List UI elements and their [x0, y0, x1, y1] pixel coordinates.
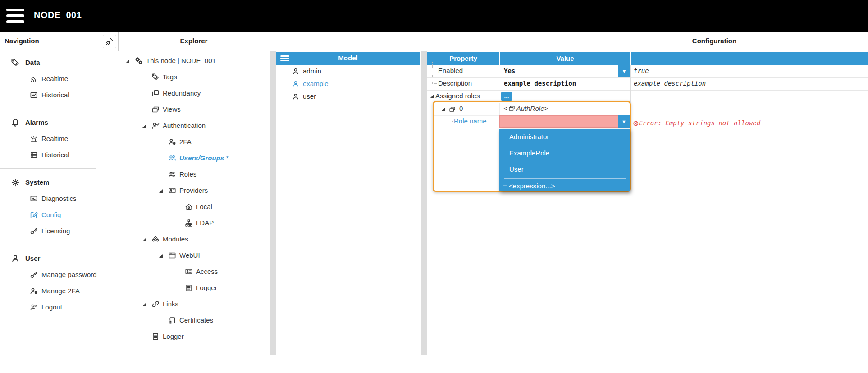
explorer-splitter[interactable]	[270, 51, 276, 355]
nav-item-historical[interactable]: Historical	[0, 147, 118, 163]
nav-item-manage-2fa[interactable]: Manage 2FA	[0, 283, 118, 299]
error-icon: ⊗	[633, 119, 639, 127]
model-list: adminexampleuser	[276, 65, 420, 103]
column-divider	[500, 65, 500, 103]
nav-item-logout[interactable]: Logout	[0, 299, 118, 315]
header-divider	[118, 32, 119, 51]
tree-item-this-node-node-001[interactable]: This node | NODE_001	[119, 53, 236, 69]
window-icon	[508, 105, 515, 112]
tree-item-certificates[interactable]: Certificates	[119, 312, 236, 328]
tree-item-providers[interactable]: Providers	[119, 182, 236, 199]
nav-item-licensing[interactable]: Licensing	[0, 223, 118, 239]
value-cell[interactable]: example description	[500, 77, 630, 90]
idcard-icon	[185, 268, 193, 276]
nav-item-realtime[interactable]: Realtime	[0, 71, 118, 87]
role-name-label: Role name	[454, 117, 487, 125]
tree-item-2fa[interactable]: 2FA	[119, 134, 236, 150]
dropdown-expression-item[interactable]: = <expression...>	[499, 179, 630, 193]
home-person-icon	[185, 203, 193, 211]
tree-item-logger[interactable]: Logger	[119, 328, 236, 345]
modules-icon	[151, 235, 160, 243]
tree-item-tags[interactable]: Tags	[119, 69, 236, 85]
key-icon	[30, 227, 38, 235]
nav-group-alarms: Alarms	[0, 114, 118, 131]
model-panel-title: Model	[276, 54, 420, 62]
expand-triangle-icon[interactable]	[142, 303, 146, 306]
tree-item-local[interactable]: Local	[119, 199, 236, 215]
property-column-header: Property	[427, 52, 499, 65]
pin-button[interactable]	[103, 35, 116, 48]
nav-group-user: User	[0, 250, 118, 267]
pin-icon	[105, 37, 114, 46]
tree-item-links[interactable]: Links	[119, 296, 236, 312]
nav-group-system: System	[0, 174, 118, 191]
dropdown-item-examplerole[interactable]: ExampleRole	[499, 145, 630, 161]
tree-item-users-groups-[interactable]: Users/Groups *	[119, 150, 236, 166]
tree-item-views[interactable]: Views	[119, 101, 236, 118]
value-dropdown-button[interactable]: ▼	[618, 65, 630, 77]
property-cell: Enabled	[427, 65, 499, 77]
app-title: NODE_001	[34, 10, 82, 20]
model-item-admin[interactable]: admin	[276, 65, 420, 77]
tree-item-webui[interactable]: WebUI	[119, 247, 236, 264]
model-item-example[interactable]: example	[276, 77, 420, 90]
nav-item-manage-password[interactable]: Manage password	[0, 267, 118, 283]
person-icon	[292, 80, 299, 87]
tree-guide	[449, 113, 453, 122]
tags-icon	[151, 73, 160, 81]
role-name-dropdown-button[interactable]: ▼	[618, 115, 630, 128]
role-type: <AuthRole>	[503, 105, 548, 113]
tree-item-modules[interactable]: Modules	[119, 231, 236, 247]
column-divider	[630, 65, 631, 103]
person-shield-icon	[168, 138, 176, 146]
tree-item-logger[interactable]: Logger	[119, 280, 236, 296]
idcard-icon	[168, 186, 176, 195]
gears2-icon	[135, 57, 143, 65]
person-icon	[292, 93, 299, 100]
header-divider	[270, 32, 270, 51]
dropdown-item-administrator[interactable]: Administrator	[499, 129, 630, 145]
explorer-panel: This node | NODE_001TagsRedundancyViewsA…	[119, 51, 236, 355]
expand-triangle-icon[interactable]	[430, 95, 434, 98]
expand-triangle-icon[interactable]	[159, 254, 163, 258]
redundancy-icon	[151, 89, 160, 97]
tree-item-ldap[interactable]: LDAP	[119, 215, 236, 231]
role-name-input[interactable]	[499, 115, 618, 128]
expand-triangle-icon[interactable]	[159, 189, 163, 193]
certificate-icon	[168, 316, 176, 324]
nav-item-realtime[interactable]: Realtime	[0, 131, 118, 147]
expand-triangle-icon[interactable]	[142, 238, 146, 241]
tree-item-authentication[interactable]: Authentication	[119, 118, 236, 134]
main-area: DataRealtimeHistoricalAlarmsRealtimeHist…	[0, 51, 868, 373]
preview-cell: example description	[631, 77, 868, 90]
config-row-enabled: EnabledYes▼true	[427, 65, 868, 78]
expand-triangle-icon[interactable]	[142, 124, 146, 128]
role-index-row[interactable]: 0 <AuthRole>	[434, 103, 630, 116]
role-name-row: Role name ▼	[434, 115, 630, 128]
nav-divider	[0, 163, 118, 174]
value-cell[interactable]: Yes▼	[500, 65, 630, 77]
tree-item-redundancy[interactable]: Redundancy	[119, 85, 236, 101]
tree-item-roles[interactable]: Roles	[119, 166, 236, 182]
model-header: Model	[276, 52, 420, 65]
tags-icon	[11, 58, 20, 67]
configuration-panel: Property Value EnabledYes▼trueDescriptio…	[427, 51, 868, 355]
expand-triangle-icon[interactable]	[442, 107, 445, 111]
diagnostics-icon	[30, 195, 38, 203]
model-splitter[interactable]	[421, 51, 427, 355]
nav-item-config[interactable]: Config	[0, 207, 118, 223]
roles-icon	[168, 170, 176, 178]
assigned-roles-more-button[interactable]: ...	[501, 92, 512, 101]
dropdown-item-user[interactable]: User	[499, 161, 630, 177]
menu-icon[interactable]	[6, 9, 24, 23]
error-text: Error: Empty strings not allowed	[639, 119, 760, 127]
nav-item-historical[interactable]: Historical	[0, 87, 118, 103]
model-item-user[interactable]: user	[276, 90, 420, 103]
navigation-panel: DataRealtimeHistoricalAlarmsRealtimeHist…	[0, 51, 118, 355]
nav-item-diagnostics[interactable]: Diagnostics	[0, 191, 118, 207]
expand-triangle-icon[interactable]	[126, 59, 129, 63]
grid-icon	[30, 151, 38, 159]
tree-item-access[interactable]: Access	[119, 264, 236, 280]
property-cell: Description	[427, 77, 499, 90]
explorer-panel-title: Explorer	[118, 37, 270, 45]
